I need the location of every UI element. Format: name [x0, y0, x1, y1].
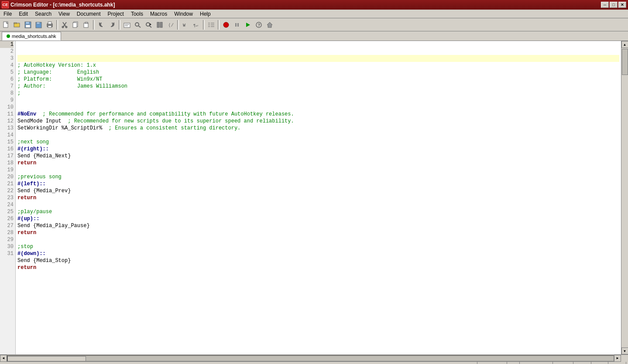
cut-button[interactable]: [59, 20, 70, 30]
menu-window[interactable]: Window: [171, 10, 196, 18]
menu-help[interactable]: Help: [196, 10, 214, 18]
scrollbar-bottom[interactable]: ◄ ►: [0, 355, 621, 361]
code-line[interactable]: [17, 236, 619, 243]
code-line[interactable]: [17, 104, 619, 111]
code-line[interactable]: Send {Media_Next}: [17, 153, 619, 160]
svg-rect-7: [37, 22, 40, 24]
line-number: 17: [0, 153, 14, 160]
menu-edit[interactable]: Edit: [15, 10, 31, 18]
menu-file[interactable]: File: [0, 10, 15, 18]
code-line[interactable]: #NoEnv ; Recommended for performance and…: [17, 111, 619, 118]
code-line[interactable]: ;stop: [17, 243, 619, 250]
line-nums-button[interactable]: [206, 20, 216, 30]
svg-rect-9: [48, 22, 51, 24]
line-number: 9: [0, 97, 14, 104]
menu-document[interactable]: Document: [73, 10, 104, 18]
code-line[interactable]: ; Platform: Win9x/NT: [17, 76, 619, 83]
toolbar: ⟨/⟩ W ¶↵ ?: [0, 18, 628, 31]
code-content[interactable]: ; AutoHotkey Version: 1.x ; Language: En…: [16, 41, 621, 271]
undo-button[interactable]: [96, 20, 106, 30]
code-line[interactable]: Send {Media_Stop}: [17, 257, 619, 264]
run-button[interactable]: [221, 20, 231, 30]
line-numbers: 1234567891011121314151617181920212223242…: [0, 41, 16, 354]
title-bar-left: CE Crimson Editor - [c:\media_shortcuts.…: [2, 1, 115, 8]
code-line[interactable]: return: [17, 264, 619, 271]
code-line[interactable]: ;next song: [17, 139, 619, 146]
code-line[interactable]: return: [17, 194, 619, 201]
menu-search[interactable]: Search: [31, 10, 55, 18]
svg-rect-2: [14, 23, 17, 24]
goto-button[interactable]: [122, 20, 132, 30]
tab-file[interactable]: media_shortcuts.ahk: [2, 32, 61, 41]
code-line[interactable]: Send {Media_Play_Pause}: [17, 222, 619, 229]
scroll-thumb[interactable]: [622, 49, 628, 75]
find-button[interactable]: [133, 20, 143, 30]
pause-button[interactable]: [232, 20, 242, 30]
code-line[interactable]: ;play/pause: [17, 208, 619, 215]
code-line[interactable]: [17, 167, 619, 173]
scroll-up-button[interactable]: ▲: [621, 41, 628, 48]
code-line[interactable]: return: [17, 160, 619, 167]
code-area[interactable]: ; AutoHotkey Version: 1.x ; Language: En…: [16, 41, 621, 354]
line-number: 21: [0, 180, 14, 187]
minimize-button[interactable]: ─: [601, 2, 609, 8]
toggle-btn-2[interactable]: ⟨/⟩: [165, 20, 176, 30]
code-line[interactable]: ; AutoHotkey Version: 1.x: [17, 62, 619, 69]
new-button[interactable]: [1, 20, 11, 30]
line-number: 25: [0, 208, 14, 215]
code-line[interactable]: [17, 201, 619, 208]
code-line[interactable]: Send {Media_Prev}: [17, 187, 619, 194]
line-number: 26: [0, 215, 14, 222]
menu-macros[interactable]: Macros: [147, 10, 171, 18]
find-next-button[interactable]: [144, 20, 154, 30]
code-line[interactable]: #(up)::: [17, 215, 619, 222]
svg-rect-29: [157, 22, 159, 27]
save-all-button[interactable]: [34, 20, 44, 30]
svg-line-27: [149, 26, 151, 27]
scroll-right-button[interactable]: ►: [614, 355, 621, 362]
special-chars-button[interactable]: ¶↵: [191, 20, 202, 30]
tab-bar: media_shortcuts.ahk: [0, 31, 628, 41]
menu-project[interactable]: Project: [104, 10, 127, 18]
code-line[interactable]: #(down)::: [17, 250, 619, 257]
copy-button[interactable]: [70, 20, 81, 30]
code-line[interactable]: ;previous song: [17, 173, 619, 180]
scrollbar-right[interactable]: ▲ ▼: [621, 41, 628, 354]
code-line[interactable]: [17, 55, 619, 62]
line-number: 20: [0, 173, 14, 180]
code-line[interactable]: #(left)::: [17, 180, 619, 187]
svg-text:⟨/⟩: ⟨/⟩: [168, 23, 174, 28]
scroll-thumb-horizontal[interactable]: [7, 356, 86, 361]
save-button[interactable]: [23, 20, 33, 30]
code-line[interactable]: ; Language: English: [17, 69, 619, 76]
code-line[interactable]: [17, 132, 619, 139]
play-button[interactable]: [243, 20, 253, 30]
paste-button[interactable]: [81, 20, 92, 30]
title-bar-buttons[interactable]: ─ □ ✕: [601, 2, 626, 8]
code-line[interactable]: [17, 97, 619, 104]
menu-tools[interactable]: Tools: [127, 10, 147, 18]
redo-button[interactable]: [107, 20, 117, 30]
code-line[interactable]: SendMode Input ; Recommended for new scr…: [17, 118, 619, 125]
menu-view[interactable]: View: [55, 10, 73, 18]
open-button[interactable]: [12, 20, 22, 30]
app-icon: CE: [2, 1, 9, 8]
scroll-down-button[interactable]: ▼: [621, 347, 628, 354]
help-button[interactable]: ?: [254, 20, 264, 30]
toggle-btn-1[interactable]: [154, 20, 165, 30]
code-line[interactable]: SetWorkingDir %A_ScriptDir% ; Ensures a …: [17, 125, 619, 132]
status-position: Ln 1, Ch 2: [477, 362, 507, 364]
maximize-button[interactable]: □: [610, 2, 618, 8]
line-number: 8: [0, 90, 14, 97]
close-button[interactable]: ✕: [618, 2, 626, 8]
print-button[interactable]: [45, 20, 55, 30]
toolbar-separator-1: [56, 20, 58, 30]
code-line[interactable]: return: [17, 229, 619, 236]
scroll-left-button[interactable]: ◄: [0, 355, 7, 362]
code-line[interactable]: ; Author: James Williamson: [17, 83, 619, 90]
home-button[interactable]: [264, 20, 275, 30]
code-line[interactable]: ;: [17, 90, 619, 97]
code-line[interactable]: #(right)::: [17, 146, 619, 153]
word-wrap-button[interactable]: W: [180, 20, 191, 30]
status-rec: REC: [573, 362, 591, 364]
